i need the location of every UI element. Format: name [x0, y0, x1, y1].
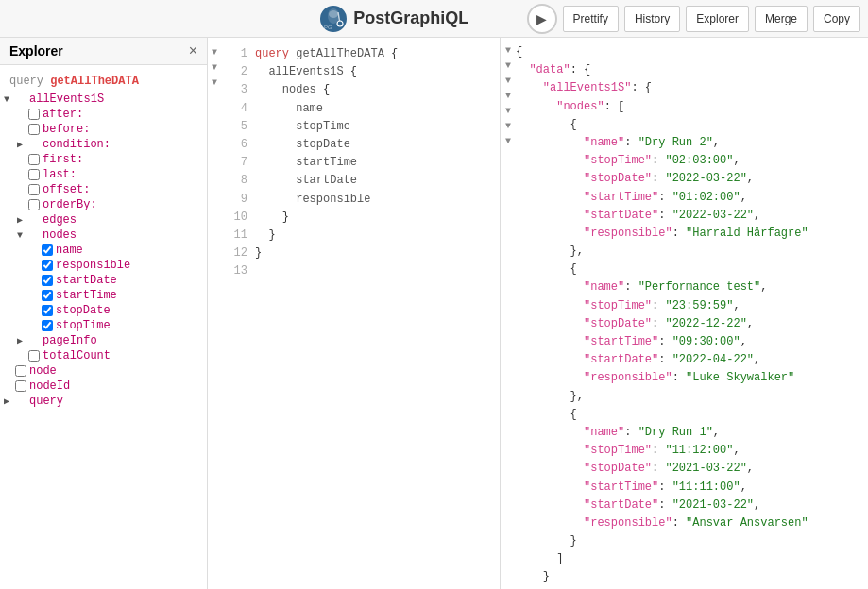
svg-point-4	[337, 21, 343, 26]
tree-label: query	[29, 395, 63, 408]
tree-item[interactable]: ▼allEvents1S	[0, 92, 207, 107]
tree-arrow-icon: ▼	[17, 230, 28, 241]
result-content: ▼▼▼▼▼▼▼ { "data": { "allEvents1S": { "no…	[501, 38, 868, 589]
result-arrow: ▼	[501, 134, 516, 149]
prettify-button[interactable]: Prettify	[563, 6, 619, 32]
tree-item[interactable]: ▶pageInfo	[0, 333, 207, 348]
editor-code[interactable]: query getAllTheDATA { allEvents1S { node…	[255, 45, 500, 581]
result-line: "nodes": [	[516, 98, 868, 116]
explorer-button[interactable]: Explorer	[686, 6, 749, 32]
tree-checkbox[interactable]	[28, 154, 40, 165]
tree-container: ▼allEvents1Safter:before:▶condition:firs…	[0, 92, 207, 409]
tree-checkbox[interactable]	[42, 305, 53, 316]
tree-checkbox[interactable]	[15, 380, 26, 392]
explorer-close-button[interactable]: ×	[189, 43, 197, 59]
tree-item[interactable]: ▼nodes	[0, 227, 207, 243]
code-area[interactable]: ▼▼▼ 12345678910111213 query getAllTheDAT…	[208, 38, 500, 589]
tree-item[interactable]: ▶query	[0, 394, 207, 409]
result-arrow: ▼	[501, 59, 516, 74]
tree-item[interactable]: nodeId	[0, 379, 207, 394]
result-line: "name": "Dry Run 1",	[516, 424, 868, 442]
tree-checkbox[interactable]	[28, 124, 40, 135]
editor-line	[255, 262, 500, 280]
tree-checkbox[interactable]	[42, 275, 53, 286]
tree-item[interactable]: responsible	[0, 258, 207, 273]
copy-button[interactable]: Copy	[813, 6, 860, 32]
tree-checkbox[interactable]	[28, 184, 40, 195]
line-number: 11	[221, 227, 247, 244]
result-line: "name": "Dry Run 2",	[516, 134, 868, 152]
result-arrow: ▼	[501, 74, 516, 89]
tree-checkbox[interactable]	[15, 365, 26, 377]
result-line: "allEvents1S": {	[516, 79, 868, 97]
line-numbers: 12345678910111213	[221, 45, 255, 581]
tree-checkbox[interactable]	[28, 109, 40, 120]
run-button[interactable]: ▶	[527, 4, 557, 34]
tree-checkbox[interactable]	[42, 290, 53, 301]
tree-arrow-icon: ▶	[17, 214, 28, 226]
tree-item[interactable]: stopDate	[0, 303, 207, 318]
result-line: "startTime": "01:02:00",	[516, 189, 868, 207]
editor-panel[interactable]: ▼▼▼ 12345678910111213 query getAllTheDAT…	[208, 38, 501, 589]
result-line: {	[516, 116, 868, 134]
query-label: query getAllTheDATA	[0, 71, 207, 92]
tree-checkbox[interactable]	[42, 320, 53, 331]
tree-label: first:	[43, 153, 83, 166]
line-number: 12	[221, 244, 247, 262]
line-number: 13	[221, 262, 247, 280]
result-line: "startDate": "2021-03-22",	[516, 496, 868, 514]
tree-item[interactable]: first:	[0, 152, 207, 167]
tree-item[interactable]: after:	[0, 107, 207, 122]
query-name: getAllTheDATA	[50, 75, 139, 88]
tree-item[interactable]: name	[0, 243, 207, 258]
tree-checkbox[interactable]	[42, 260, 53, 271]
result-gutter: ▼▼▼▼▼▼▼	[501, 38, 516, 589]
editor-line: startDate	[255, 172, 500, 190]
tree-label: nodes	[43, 228, 77, 242]
tree-item[interactable]: startTime	[0, 288, 207, 303]
result-line: "stopDate": "2022-03-22",	[516, 170, 868, 188]
tree-checkbox[interactable]	[42, 244, 53, 256]
editor-arrow-gutter: ▼▼▼	[208, 45, 221, 581]
explorer-header: Explorer ×	[0, 38, 207, 65]
line-number: 10	[221, 209, 247, 227]
tree-label: after:	[43, 108, 83, 121]
tree-item[interactable]: offset:	[0, 182, 207, 197]
tree-checkbox[interactable]	[28, 169, 40, 180]
tree-checkbox[interactable]	[28, 350, 40, 362]
editor-line: }	[255, 244, 500, 262]
result-line: "name": "Performance test",	[516, 278, 868, 296]
line-number: 7	[221, 154, 247, 172]
history-button[interactable]: History	[624, 6, 680, 32]
editor-line: nodes {	[255, 81, 500, 99]
explorer-tree: query getAllTheDATA ▼allEvents1Safter:be…	[0, 65, 207, 589]
query-keyword: query	[9, 75, 50, 88]
tree-label: stopDate	[56, 304, 111, 317]
tree-item[interactable]: ▶edges	[0, 212, 207, 227]
tree-item[interactable]: startDate	[0, 273, 207, 288]
tree-arrow-icon: ▼	[4, 94, 15, 105]
result-line: {	[516, 43, 868, 61]
result-line: },	[516, 243, 868, 261]
editor-arrow: ▼	[208, 45, 221, 60]
editor-line: stopTime	[255, 118, 500, 136]
tree-checkbox[interactable]	[28, 199, 40, 210]
tree-label: stopTime	[56, 319, 111, 332]
tree-item[interactable]: last:	[0, 167, 207, 182]
editor-line: stopDate	[255, 136, 500, 154]
tree-label: node	[29, 364, 57, 378]
merge-button[interactable]: Merge	[755, 6, 808, 32]
tree-item[interactable]: node	[0, 363, 207, 379]
editor-line: name	[255, 100, 500, 118]
tree-item[interactable]: stopTime	[0, 318, 207, 333]
tree-item[interactable]: orderBy:	[0, 197, 207, 212]
result-line: "stopDate": "2021-03-22",	[516, 460, 868, 478]
tree-arrow-icon: ▶	[17, 335, 28, 346]
tree-item[interactable]: ▶condition:	[0, 137, 207, 152]
tree-label: last:	[43, 168, 77, 181]
editor-line: query getAllTheDATA {	[255, 45, 500, 63]
tree-item[interactable]: totalCount	[0, 348, 207, 363]
result-line: }	[516, 568, 868, 586]
tree-item[interactable]: before:	[0, 122, 207, 137]
main-area: Explorer × query getAllTheDATA ▼allEvent…	[0, 38, 868, 589]
